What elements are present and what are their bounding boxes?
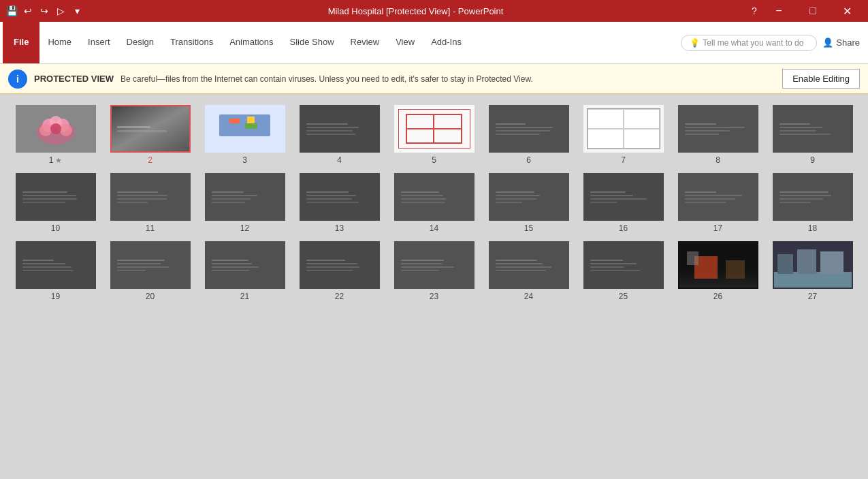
tab-insert[interactable]: Insert: [80, 22, 118, 63]
slide-number-8: 8: [716, 155, 720, 165]
slide-item-2[interactable]: 2: [108, 105, 192, 165]
slide-item-20[interactable]: 20: [108, 241, 192, 301]
slide-item-16[interactable]: 16: [581, 173, 665, 233]
slide-number-23: 23: [430, 292, 438, 301]
tab-review[interactable]: Review: [342, 22, 388, 63]
slide-number-10: 10: [51, 223, 60, 233]
tell-me-text[interactable]: Tell me what you want to do: [703, 38, 803, 48]
slide-number-18: 18: [808, 223, 817, 233]
tell-me-box[interactable]: 💡 Tell me what you want to do: [681, 35, 817, 51]
maximize-button[interactable]: □: [797, 0, 829, 22]
slide-item-27[interactable]: 27: [771, 241, 854, 301]
slide-item-24[interactable]: 24: [487, 241, 570, 301]
redo-icon[interactable]: ↪: [38, 5, 50, 17]
protected-label: PROTECTED VIEW: [34, 74, 114, 84]
slide-item-22[interactable]: 22: [298, 241, 381, 301]
slide-grid: 1★ 2 3 4 5: [14, 105, 854, 301]
slide-item-8[interactable]: 8: [676, 105, 760, 165]
slide-item-1[interactable]: 1★: [14, 105, 97, 165]
slide-number-11: 11: [146, 223, 155, 233]
slide-number-24: 24: [524, 292, 533, 301]
tab-design[interactable]: Design: [118, 22, 162, 63]
slide-item-11[interactable]: 11: [108, 173, 192, 233]
slide-item-14[interactable]: 14: [392, 173, 476, 233]
title-bar: 💾 ↩ ↪ ▷ ▾ Milad Hospital [Protected View…: [0, 0, 868, 22]
tab-file[interactable]: File: [3, 22, 39, 63]
slide-number-14: 14: [430, 223, 438, 233]
star-badge: ★: [55, 156, 62, 165]
protected-message: Be careful—files from the Internet can c…: [120, 74, 775, 84]
slide-number-16: 16: [619, 223, 628, 233]
ribbon-right: 💡 Tell me what you want to do 👤 Share: [681, 35, 865, 51]
ribbon: File Home Insert Design Transitions Anim…: [0, 22, 868, 64]
slide-item-13[interactable]: 13: [298, 173, 381, 233]
tab-transitions[interactable]: Transitions: [162, 22, 221, 63]
slide-item-25[interactable]: 25: [581, 241, 665, 301]
slide-item-19[interactable]: 19: [14, 241, 97, 301]
svg-point-5: [60, 124, 72, 136]
slide-number-3: 3: [242, 155, 247, 165]
tab-view[interactable]: View: [387, 22, 423, 63]
slide-number-26: 26: [713, 292, 722, 301]
protected-view-bar: i PROTECTED VIEW Be careful—files from t…: [0, 64, 868, 94]
slide-item-7[interactable]: 7: [581, 105, 665, 165]
slide-number-27: 27: [808, 292, 817, 301]
share-label: Share: [836, 37, 860, 48]
slide-sorter: 1★ 2 3 4 5: [0, 94, 868, 479]
slide-number-13: 13: [335, 223, 344, 233]
slide-number-1: 1★: [49, 155, 63, 165]
slide-item-10[interactable]: 10: [14, 173, 97, 233]
slide-number-6: 6: [526, 155, 531, 165]
svg-point-6: [50, 123, 61, 134]
customize-icon[interactable]: ▾: [71, 5, 83, 17]
save-icon[interactable]: 💾: [5, 5, 18, 17]
slide-number-20: 20: [146, 292, 155, 301]
lightbulb-icon: 💡: [690, 38, 700, 48]
close-button[interactable]: ✕: [831, 0, 863, 22]
slide-number-4: 4: [337, 155, 342, 165]
tab-slideshow[interactable]: Slide Show: [282, 22, 342, 63]
slide-item-26[interactable]: 26: [676, 241, 760, 301]
slide-item-17[interactable]: 17: [676, 173, 760, 233]
info-icon: i: [16, 74, 19, 84]
slide-item-4[interactable]: 4: [298, 105, 381, 165]
slide-item-5[interactable]: 5: [392, 105, 476, 165]
title-bar-right: ? − □ ✕: [748, 0, 863, 22]
slide-item-3[interactable]: 3: [203, 105, 287, 165]
slide-number-19: 19: [51, 292, 60, 301]
enable-editing-button[interactable]: Enable Editing: [782, 69, 860, 89]
window-title: Milad Hospital [Protected View] - PowerP…: [83, 6, 748, 16]
person-icon: 👤: [822, 37, 833, 48]
slide-number-2: 2: [148, 155, 152, 165]
slide-item-23[interactable]: 23: [392, 241, 476, 301]
minimize-button[interactable]: −: [763, 0, 794, 22]
slide-number-12: 12: [240, 223, 249, 233]
protected-icon: i: [8, 69, 27, 89]
svg-point-4: [39, 124, 52, 136]
slide-item-15[interactable]: 15: [487, 173, 570, 233]
slide-number-5: 5: [432, 155, 436, 165]
tab-addins[interactable]: Add-Ins: [423, 22, 470, 63]
slide-item-21[interactable]: 21: [203, 241, 287, 301]
slide-item-12[interactable]: 12: [203, 173, 287, 233]
present-icon[interactable]: ▷: [54, 5, 67, 17]
ribbon-tabs: File Home Insert Design Transitions Anim…: [3, 22, 470, 63]
slide-item-9[interactable]: 9: [771, 105, 854, 165]
tab-animations[interactable]: Animations: [221, 22, 281, 63]
slide-number-22: 22: [335, 292, 344, 301]
slide-number-9: 9: [810, 155, 815, 165]
slide-number-21: 21: [240, 292, 249, 301]
slide-number-25: 25: [619, 292, 628, 301]
title-bar-left: 💾 ↩ ↪ ▷ ▾: [5, 5, 83, 17]
slide-number-7: 7: [621, 155, 626, 165]
share-button[interactable]: 👤 Share: [822, 37, 860, 48]
help-icon[interactable]: ?: [748, 5, 760, 17]
undo-icon[interactable]: ↩: [22, 5, 34, 17]
slide-item-18[interactable]: 18: [771, 173, 854, 233]
slide-number-17: 17: [713, 223, 722, 233]
tab-home[interactable]: Home: [39, 22, 80, 63]
slide-item-6[interactable]: 6: [487, 105, 570, 165]
slide-number-15: 15: [524, 223, 533, 233]
